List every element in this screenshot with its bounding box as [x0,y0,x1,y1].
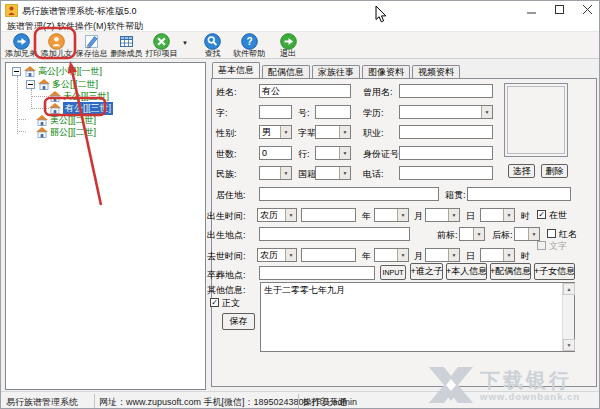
birth-calendar-select[interactable]: 农历▼ [257,208,297,222]
id-number-field[interactable] [399,146,493,160]
education-select[interactable]: ▼ [399,105,493,119]
ethnicity-select[interactable]: ▼ [259,166,292,180]
hao-field[interactable] [315,105,351,119]
red-name-checkbox[interactable] [547,229,556,238]
house-icon [24,66,36,77]
dropdown-arrow-icon[interactable]: ▼ [503,209,514,221]
alive-label: 在世 [549,210,567,220]
phone-field[interactable] [399,166,493,180]
dropdown-arrow-icon[interactable]: ▼ [280,167,291,179]
maximize-button[interactable] [547,1,573,19]
hour-label: 时 [521,211,530,222]
birth-hour-select[interactable]: ▼ [480,208,515,222]
ethnicity-label: 民族: [216,169,237,180]
tree-item[interactable]: 美公[][二世] [36,114,96,126]
dropdown-arrow-icon[interactable]: ▼ [285,209,296,221]
scroll-up-icon[interactable]: ▲ [563,283,575,295]
dropdown-arrow-icon[interactable]: ▼ [448,209,459,221]
burial-place-field[interactable] [259,266,375,280]
residence-field[interactable] [259,187,439,201]
year-label: 年 [362,211,371,222]
tree-item[interactable]: 丽公[][二世] [36,126,96,138]
other-info-textarea[interactable]: 生于二零零七年九月 ▲ ▼ [260,282,575,352]
death-day-select[interactable]: ▼ [425,248,460,262]
zibei-select[interactable]: ▼ [315,125,351,139]
dropdown-arrow-icon[interactable]: ▼ [397,209,408,221]
whose-son-button[interactable]: +谁之子 [410,263,443,280]
tab-spouse-info[interactable]: 配偶信息 [262,65,310,78]
rank-select[interactable]: ▼ [315,146,351,160]
dropdown-arrow-icon[interactable]: ▼ [481,106,492,118]
tree-item[interactable]: 高公[小明][一世] [12,65,102,77]
tab-image-data[interactable]: 图像资料 [362,65,410,78]
print-dropdown-icon[interactable]: ▼ [182,40,188,46]
exit-icon [280,33,297,49]
add-brother-button[interactable]: 添加兄弟 [3,33,39,58]
save-button[interactable]: 保存 [222,313,255,330]
print-project-button[interactable]: 打印项目 [144,33,179,58]
native-place-field[interactable] [467,187,571,201]
other-info-text: 生于二零零七年九月 [264,285,560,296]
birth-day-select[interactable]: ▼ [425,208,460,222]
self-info-button[interactable]: +本人信息 [446,263,487,280]
tab-basic-info[interactable]: 基本信息 [212,62,260,78]
birth-place-field[interactable] [259,227,410,241]
dropdown-arrow-icon[interactable]: ▼ [528,228,539,240]
birth-month-select[interactable]: ▼ [374,208,409,222]
children-info-button[interactable]: +子女信息 [534,263,575,280]
tree-item[interactable]: 天公[][三世] [49,90,109,102]
suffix-select[interactable]: ▼ [514,227,540,241]
search-button[interactable]: 查找 [195,33,230,58]
close-button[interactable] [575,1,600,19]
death-year-field[interactable] [301,248,356,262]
gender-select[interactable]: 男▼ [259,125,292,139]
alive-checkbox[interactable]: ✓ [537,210,546,219]
tree-item-label: 丽公[][二世] [50,126,96,139]
tree-item[interactable]: 多公[][二世] [26,78,98,90]
tab-video-data[interactable]: 视频资料 [412,65,460,78]
dropdown-arrow-icon[interactable]: ▼ [473,228,484,240]
spouse-info-button[interactable]: +配偶信息 [490,263,531,280]
birth-year-field[interactable] [301,208,356,222]
textarea-scrollbar[interactable]: ▲ ▼ [562,283,574,351]
dropdown-arrow-icon[interactable]: ▼ [397,249,408,261]
dropdown-arrow-icon[interactable]: ▼ [503,249,514,261]
tree-connector [17,131,26,132]
save-info-button[interactable]: 保存信息 [74,33,109,58]
downbank-logo-icon [429,367,473,403]
death-month-select[interactable]: ▼ [374,248,409,262]
generation-field[interactable] [259,146,292,160]
tree-item-selected[interactable]: 有公[][三世] [49,102,113,114]
dropdown-arrow-icon[interactable]: ▼ [339,167,350,179]
scroll-down-icon[interactable]: ▼ [563,339,575,351]
dropdown-arrow-icon[interactable]: ▼ [448,249,459,261]
add-child-button[interactable]: 添加儿女 [39,33,74,58]
prefix-select[interactable]: ▼ [459,227,485,241]
occupation-field[interactable] [399,125,493,139]
minimize-button[interactable] [519,1,545,19]
nationality-select[interactable]: ▼ [315,166,351,180]
text-flag-checkbox[interactable] [537,241,546,250]
toolbar: 添加兄弟 添加儿女 保存信息 删除成员 打印项目 ▼ [1,32,599,59]
input-button[interactable]: INPUT [380,265,406,280]
dropdown-arrow-icon[interactable]: ▼ [280,126,291,138]
death-hour-select[interactable]: ▼ [480,248,515,262]
delete-member-button[interactable]: 删除成员 [109,33,144,58]
name-field[interactable] [259,84,351,98]
photo-select-button[interactable]: 选择 [508,164,535,178]
death-calendar-select[interactable]: 农历▼ [257,248,297,262]
collapse-icon[interactable] [12,67,21,76]
toolbar-label: 保存信息 [76,49,108,58]
collapse-icon[interactable] [26,80,35,89]
dropdown-arrow-icon[interactable]: ▼ [339,126,350,138]
dropdown-arrow-icon[interactable]: ▼ [339,147,350,159]
software-help-button[interactable]: ? 软件帮助 [231,33,267,58]
dropdown-arrow-icon[interactable]: ▼ [285,249,296,261]
main-text-checkbox[interactable]: ✓ [210,298,219,307]
exit-button[interactable]: 退出 [271,33,305,58]
suffix-label: 后标: [492,230,513,241]
tab-family-history[interactable]: 家族往事 [312,65,360,78]
zi-field[interactable] [259,105,292,119]
former-name-field[interactable] [399,84,493,98]
photo-delete-button[interactable]: 删除 [541,164,568,178]
